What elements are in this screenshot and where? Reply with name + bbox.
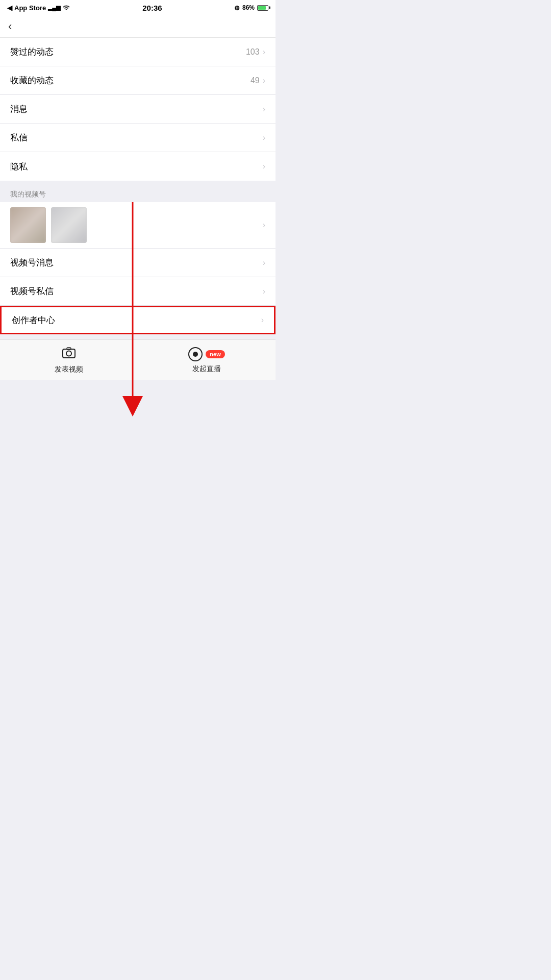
publish-video-button[interactable]: 发表视频 — [0, 346, 138, 374]
creator-center-label: 创作者中心 — [12, 314, 55, 326]
messages-item[interactable]: 消息 › — [0, 95, 276, 124]
back-arrow-status: ◀ — [7, 4, 12, 12]
back-button[interactable]: ‹ — [8, 21, 12, 32]
status-time: 20:36 — [142, 4, 162, 12]
saved-posts-right: 49 › — [251, 76, 265, 85]
video-thumb-1 — [10, 207, 46, 243]
signal-icon: ▂▄▆ — [48, 5, 60, 11]
live-icon — [188, 347, 203, 361]
video-dm-label: 视频号私信 — [10, 285, 54, 297]
chevron-icon-9: › — [261, 315, 264, 325]
wifi-icon — [62, 4, 70, 12]
svg-point-3 — [66, 351, 71, 356]
status-bar: ◀ App Store ▂▄▆ 20:36 ⊕ 86% — [0, 0, 276, 15]
liked-posts-label: 赞过的动态 — [10, 46, 54, 58]
thumbnails-right: › — [263, 220, 265, 230]
publish-video-label: 发表视频 — [55, 365, 83, 374]
camera-icon — [62, 346, 76, 362]
chevron-icon-6: › — [263, 220, 265, 230]
liked-posts-right: 103 › — [246, 47, 265, 57]
svg-marker-1 — [122, 396, 143, 416]
video-messages-right: › — [263, 258, 265, 267]
chevron-icon-5: › — [263, 162, 265, 171]
chevron-icon-8: › — [263, 287, 265, 296]
dm-right: › — [263, 133, 265, 142]
bottom-bar: 发表视频 new 发起直播 — [0, 339, 276, 380]
video-thumbnails-item[interactable]: › — [0, 202, 276, 249]
video-thumb-2 — [51, 207, 87, 243]
battery-icon — [257, 5, 268, 11]
status-carrier: ◀ App Store ▂▄▆ — [7, 4, 70, 12]
new-badge: new — [206, 350, 224, 358]
section-card-1: 赞过的动态 103 › 收藏的动态 49 › 消息 › 私信 › — [0, 38, 276, 181]
annotation-container: › 视频号消息 › 视频号私信 › 创作者中心 › — [0, 202, 276, 334]
creator-center-item[interactable]: 创作者中心 › — [0, 306, 276, 334]
video-messages-label: 视频号消息 — [10, 257, 54, 268]
chevron-icon-4: › — [263, 133, 265, 142]
saved-posts-count: 49 — [251, 76, 260, 85]
liked-posts-count: 103 — [246, 47, 260, 57]
nav-bar: ‹ — [0, 15, 276, 38]
privacy-label: 隐私 — [10, 161, 28, 173]
privacy-item[interactable]: 隐私 › — [0, 152, 276, 181]
status-right-icons: ⊕ 86% — [234, 4, 268, 12]
start-live-button[interactable]: new 发起直播 — [138, 347, 276, 374]
privacy-right: › — [263, 162, 265, 171]
start-live-label: 发起直播 — [192, 364, 221, 374]
chevron-icon-2: › — [263, 76, 265, 85]
messages-right: › — [263, 105, 265, 114]
section-card-2: › 视频号消息 › 视频号私信 › 创作者中心 › — [0, 202, 276, 334]
main-content: 赞过的动态 103 › 收藏的动态 49 › 消息 › 私信 › — [0, 38, 276, 334]
liked-posts-item[interactable]: 赞过的动态 103 › — [0, 38, 276, 66]
dm-label: 私信 — [10, 132, 28, 143]
live-btn-wrap: new — [188, 347, 224, 361]
dm-item[interactable]: 私信 › — [0, 124, 276, 152]
video-dm-right: › — [263, 287, 265, 296]
saved-posts-label: 收藏的动态 — [10, 75, 54, 86]
chevron-icon-7: › — [263, 258, 265, 267]
messages-label: 消息 — [10, 103, 28, 115]
chevron-icon-3: › — [263, 105, 265, 114]
video-section-header: 我的视频号 — [0, 186, 276, 202]
location-icon: ⊕ — [234, 4, 240, 12]
saved-posts-item[interactable]: 收藏的动态 49 › — [0, 66, 276, 95]
battery-percent: 86% — [242, 4, 255, 11]
video-messages-item[interactable]: 视频号消息 › — [0, 249, 276, 277]
video-dm-item[interactable]: 视频号私信 › — [0, 277, 276, 306]
chevron-icon: › — [263, 47, 265, 57]
creator-center-right: › — [261, 315, 264, 325]
